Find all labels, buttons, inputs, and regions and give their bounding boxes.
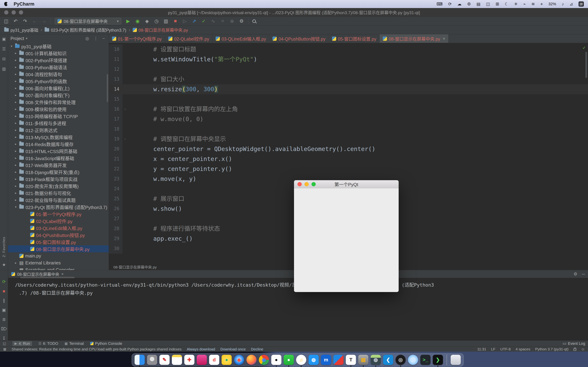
toolbar-icon[interactable]: ↷ bbox=[22, 18, 28, 24]
dock-icon-notes[interactable] bbox=[172, 355, 182, 365]
stripe-structure-icon[interactable]: ☰ bbox=[2, 47, 6, 51]
tree-toggle-icon[interactable]: ▸ bbox=[14, 170, 17, 174]
project-header-icon[interactable]: − bbox=[102, 36, 105, 41]
breadcrumb-item[interactable]: py31_pyqt基础 bbox=[4, 27, 38, 33]
pyqt-titlebar[interactable]: 第一个PyQt bbox=[294, 180, 399, 188]
status-link[interactable]: Always download bbox=[187, 347, 215, 351]
favorites-star-icon[interactable]: ★ bbox=[2, 262, 6, 267]
highlighting-level-icon[interactable]: ☺ bbox=[581, 347, 585, 351]
status-grid-icon[interactable]: ▦ bbox=[3, 347, 6, 351]
toolbar-run-icon[interactable]: ▷ bbox=[182, 18, 188, 24]
run-header-icon[interactable]: ⚙ bbox=[573, 272, 577, 276]
lock-icon[interactable] bbox=[573, 349, 576, 351]
dock-icon-vscode[interactable]: ❮ bbox=[383, 355, 393, 365]
tree-item[interactable]: 08-窗口显示在屏幕中央.py bbox=[8, 245, 109, 252]
tree-item[interactable]: ▸003-Python基础语法 bbox=[8, 64, 109, 71]
editor-tab[interactable]: 05-窗口图标设置.py bbox=[329, 34, 380, 43]
run-strip-icon[interactable]: ⌦ bbox=[1, 326, 7, 331]
tree-toggle-icon[interactable]: ▸ bbox=[14, 177, 17, 181]
tree-item[interactable]: ▸004-流程控制语句 bbox=[8, 71, 109, 78]
dock-icon-app-blue-red[interactable] bbox=[333, 355, 344, 365]
project-tree-scrollbar[interactable] bbox=[107, 74, 108, 102]
dock-icon-qq[interactable]: ● bbox=[271, 355, 281, 365]
run-strip-icon[interactable]: ↧ bbox=[2, 336, 6, 341]
tree-toggle-icon[interactable]: ▸ bbox=[14, 86, 17, 90]
tree-item[interactable]: ▸011-多线程与多进程 bbox=[8, 119, 109, 126]
stripe-commit-icon[interactable]: ⊟ bbox=[2, 57, 6, 61]
tree-item[interactable]: ▸005-Python中的函数 bbox=[8, 78, 109, 84]
code-line[interactable]: 14w.resize(300, 300) bbox=[109, 84, 588, 94]
stripe-favorites-label[interactable]: 2: Favorites bbox=[2, 237, 6, 257]
tree-item[interactable]: 03-QLineEdit输入框.py bbox=[8, 224, 109, 231]
code-line[interactable]: 21x = center_pointer.x() bbox=[109, 154, 588, 164]
run-configuration-select[interactable]: 08-窗口显示在屏幕中央 ▾ bbox=[55, 18, 121, 25]
stripe-pull-requests-icon[interactable]: ▥ bbox=[2, 67, 6, 71]
close-icon[interactable]: × bbox=[443, 36, 445, 41]
code-line[interactable]: 10# 设置窗口标题 bbox=[109, 44, 588, 54]
fold-icon[interactable]: › bbox=[122, 134, 128, 144]
dock-icon-charles[interactable]: ◍ bbox=[371, 355, 381, 365]
editor-tab[interactable]: 01-第一个PyQt程序.py bbox=[109, 34, 165, 43]
status-widget[interactable]: UTF-8 bbox=[500, 347, 511, 351]
project-panel-header[interactable]: Project ▾ ◎⋮− bbox=[8, 34, 109, 43]
tree-item[interactable]: ▸018-Django框架开发(重点) bbox=[8, 168, 109, 175]
dock-icon-app-yellow[interactable]: ● bbox=[222, 355, 232, 365]
run-strip-icon[interactable]: ▣ bbox=[2, 308, 6, 312]
search-everywhere-icon[interactable] bbox=[252, 19, 256, 23]
tree-item[interactable]: ▸010-网络编程基础 TCP/IP bbox=[8, 113, 109, 119]
code-line[interactable]: 12 bbox=[109, 64, 588, 74]
code-line[interactable]: 13# 窗口大小 bbox=[109, 74, 588, 84]
tree-toggle-icon[interactable]: ▸ bbox=[14, 114, 17, 118]
ide-titlebar[interactable]: py31_pyqt基础 [~/Desktop/python-virtual-en… bbox=[0, 8, 588, 17]
toolbar-run-icon[interactable]: ∿ bbox=[210, 18, 216, 24]
toolwindow-switcher-icon[interactable]: ◱ bbox=[3, 342, 6, 346]
run-tab-label[interactable]: 08-窗口显示在屏幕中央 bbox=[17, 271, 59, 277]
tree-item[interactable]: ▸007-面向对象编程(下) bbox=[8, 92, 109, 99]
tree-toggle-icon[interactable]: ▸ bbox=[14, 198, 17, 202]
close-icon[interactable]: × bbox=[61, 272, 63, 276]
status-widget[interactable]: 4 spaces bbox=[516, 347, 530, 351]
tree-toggle-icon[interactable]: ▸ bbox=[14, 191, 17, 195]
code-line[interactable]: 22y = center_pointer.y() bbox=[109, 164, 588, 174]
run-strip-icon[interactable]: ⟳ bbox=[2, 279, 6, 284]
tree-toggle-icon[interactable]: ▾ bbox=[14, 205, 17, 209]
menubar-status-icon[interactable]: ◫ bbox=[486, 1, 490, 7]
minimize-window-button[interactable] bbox=[12, 10, 16, 15]
code-line[interactable]: 18 bbox=[109, 124, 588, 134]
menubar-status-icon[interactable]: ⌖ bbox=[540, 1, 543, 7]
tree-toggle-icon[interactable]: ▸ bbox=[14, 100, 17, 104]
toolwindow-button[interactable]: Python Console bbox=[90, 341, 122, 346]
tree-toggle-icon[interactable]: ▸ bbox=[14, 261, 17, 265]
toolbar-run-icon[interactable]: ✓ bbox=[201, 18, 207, 24]
editor-tab[interactable]: 08-窗口显示在屏幕中央.py× bbox=[380, 34, 449, 43]
fold-icon[interactable]: › bbox=[122, 104, 128, 114]
toolbar-icon[interactable]: ← bbox=[32, 18, 37, 24]
menubar-status-icon[interactable]: ⚙ bbox=[467, 1, 471, 7]
toolbar-run-icon[interactable]: ⇗ bbox=[191, 18, 197, 24]
run-header-icon[interactable]: ─ bbox=[582, 272, 585, 276]
toolwindow-button[interactable]: ☰6: TODO bbox=[38, 341, 58, 346]
menubar-status-icon[interactable]: ⌁ bbox=[523, 1, 526, 7]
menubar-status-icon[interactable]: ✳ bbox=[514, 1, 518, 7]
status-link[interactable]: Decline bbox=[251, 347, 263, 351]
toolbar-run-icon[interactable]: ⚙ bbox=[239, 18, 244, 24]
menubar-status-icon[interactable]: ▤ bbox=[476, 1, 481, 7]
code-line[interactable]: 15 bbox=[109, 94, 588, 104]
tree-item[interactable]: 01-第一个PyQt程序.py bbox=[8, 210, 109, 217]
tree-item[interactable]: ▸013-MySQL数据库编程 bbox=[8, 133, 109, 141]
tree-toggle-icon[interactable]: ▸ bbox=[14, 107, 17, 111]
toolbar-run-icon[interactable]: ◷ bbox=[154, 18, 159, 24]
inspections-ok-icon[interactable]: ✓ bbox=[583, 45, 586, 50]
menubar-status-icon[interactable]: ⟳ bbox=[448, 1, 452, 7]
tree-item[interactable]: 02-QLabel控件.py bbox=[8, 217, 109, 224]
dock-icon-app-m-blue[interactable]: m bbox=[321, 355, 331, 365]
dock-icon-app-lightblue[interactable] bbox=[408, 355, 418, 365]
dock-icon-app-white-red[interactable]: ✚ bbox=[184, 355, 194, 365]
tree-item[interactable]: 04-QPushButton按钮.py bbox=[8, 231, 109, 238]
run-strip-icon[interactable]: ∥ bbox=[3, 298, 5, 303]
tree-toggle-icon[interactable]: ▸ bbox=[14, 142, 17, 146]
tree-toggle-icon[interactable]: ▾ bbox=[10, 44, 13, 48]
tree-toggle-icon[interactable]: ▸ bbox=[14, 72, 17, 76]
run-strip-icon[interactable]: ≣ bbox=[2, 317, 6, 322]
project-header-icon[interactable]: ◎ bbox=[85, 36, 89, 41]
